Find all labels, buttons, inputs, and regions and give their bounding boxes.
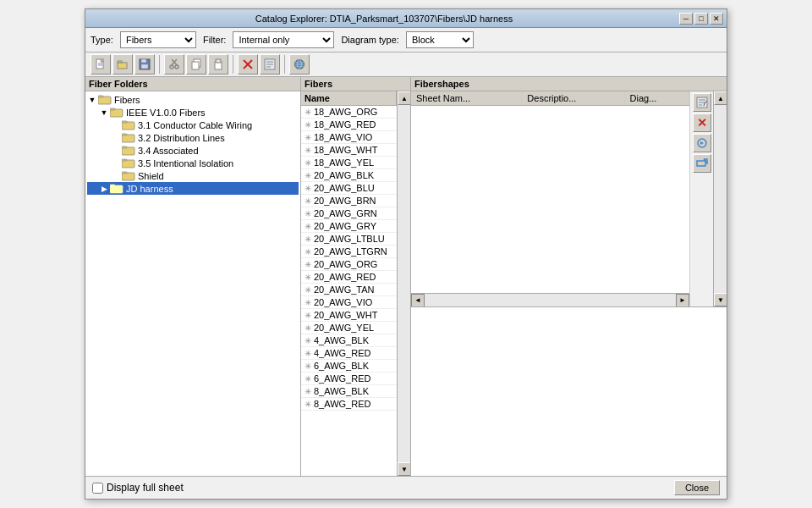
minimize-button[interactable]: ─ xyxy=(679,13,693,25)
fiber-asterisk: ✳ xyxy=(304,196,311,206)
fiber-name: 18_AWG_WHT xyxy=(314,145,377,155)
fibers-scrollbar[interactable]: ▲ ▼ xyxy=(397,91,410,476)
close-button[interactable]: Close xyxy=(674,480,720,495)
globe-button[interactable] xyxy=(289,54,310,75)
tree-item-label: 3.1 Conductor Cable Wiring xyxy=(138,120,252,130)
new-button[interactable] xyxy=(91,54,111,75)
delete-button[interactable] xyxy=(238,54,258,75)
tree-item-shield[interactable]: Shield xyxy=(87,169,299,182)
shapes-v-track xyxy=(714,105,727,293)
expand-icon[interactable]: ▶ xyxy=(99,184,109,194)
svg-rect-4 xyxy=(118,63,127,69)
title-bar-buttons: ─ □ ✕ xyxy=(679,13,723,25)
maximize-button[interactable]: □ xyxy=(694,13,708,25)
fiber-list-item[interactable]: ✳20_AWG_YEL xyxy=(301,322,397,334)
fiber-name: 20_AWG_GRN xyxy=(314,208,377,218)
shapes-v-scrollbar[interactable]: ▲ ▼ xyxy=(713,91,727,306)
tree-item-3-2[interactable]: 3.2 Distribution Lines xyxy=(87,131,299,144)
fiber-name: 20_AWG_BLK xyxy=(314,170,374,180)
tree-item-3-4[interactable]: 3.4 Associated xyxy=(87,144,299,157)
tree-item-label: Shield xyxy=(138,171,164,181)
cut-button[interactable] xyxy=(164,54,184,75)
filter-select[interactable]: Internal only xyxy=(233,31,334,48)
shapes-side-buttons: ✕ xyxy=(689,91,713,306)
shapes-top-area: Sheet Nam...Descriptio...Diag... ◄ ► xyxy=(411,91,727,476)
shapes-grid[interactable]: Sheet Nam...Descriptio...Diag... xyxy=(411,91,689,293)
tree-item-ieee[interactable]: ▼ IEEE V1.0.0 Fibers xyxy=(87,106,299,119)
copy-button[interactable] xyxy=(186,54,206,75)
tree-container[interactable]: ▼ Fibers ▼ IEEE V1.0.0 Fibers 3.1 Conduc… xyxy=(85,91,300,476)
fiber-list-item[interactable]: ✳4_AWG_RED xyxy=(301,347,397,360)
fiber-list-item[interactable]: ✳20_AWG_BLU xyxy=(301,182,397,195)
shapes-view-button[interactable] xyxy=(693,154,711,173)
tree-item-3-5[interactable]: 3.5 Intentional Isolation xyxy=(87,157,299,169)
tree-item-fibers-root[interactable]: ▼ Fibers xyxy=(87,93,299,106)
fiber-list-item[interactable]: ✳6_AWG_RED xyxy=(301,373,397,385)
shapes-edit-button[interactable] xyxy=(693,93,711,112)
collapse-icon[interactable]: ▼ xyxy=(87,95,97,105)
fiber-asterisk: ✳ xyxy=(304,120,311,130)
fiber-asterisk: ✳ xyxy=(304,235,311,244)
fiber-list-item[interactable]: ✳6_AWG_BLK xyxy=(301,360,397,373)
collapse-icon[interactable]: ▼ xyxy=(99,108,109,118)
diagram-type-label: Diagram type: xyxy=(341,35,398,45)
save-button[interactable] xyxy=(134,54,155,75)
fiber-list-item[interactable]: ✳18_AWG_VIO xyxy=(301,131,397,144)
fiber-asterisk: ✳ xyxy=(304,336,311,345)
fiber-list-item[interactable]: ✳20_AWG_BLK xyxy=(301,169,397,182)
fiber-list-item[interactable]: ✳20_AWG_GRN xyxy=(301,207,397,220)
title-bar: Catalog Explorer: DTIA_Parksmart_103707\… xyxy=(85,9,727,28)
shapes-scroll-down[interactable]: ▼ xyxy=(714,293,727,306)
fiber-list-item[interactable]: ✳20_AWG_LTGRN xyxy=(301,246,397,258)
close-window-button[interactable]: ✕ xyxy=(710,13,723,25)
fiber-list-item[interactable]: ✳20_AWG_VIO xyxy=(301,296,397,309)
fiber-list-item[interactable]: ✳18_AWG_WHT xyxy=(301,144,397,157)
shapes-delete-button[interactable]: ✕ xyxy=(693,113,711,132)
fiber-list-item[interactable]: ✳20_AWG_LTBLU xyxy=(301,233,397,246)
main-panels: Fiber Folders ▼ Fibers ▼ IEEE V1.0.0 Fib… xyxy=(85,77,727,476)
fiber-asterisk: ✳ xyxy=(304,298,311,307)
open-button[interactable] xyxy=(112,54,133,75)
fiber-list-item[interactable]: ✳18_AWG_ORG xyxy=(301,106,397,119)
fibers-list[interactable]: Name ✳18_AWG_ORG✳18_AWG_RED✳18_AWG_VIO✳1… xyxy=(301,91,397,476)
shapes-action-button[interactable] xyxy=(693,134,711,152)
fiber-asterisk: ✳ xyxy=(304,323,311,333)
fiber-list-item[interactable]: ✳20_AWG_TAN xyxy=(301,284,397,296)
display-full-sheet-checkbox[interactable] xyxy=(92,483,103,494)
fiber-list-item[interactable]: ✳20_AWG_RED xyxy=(301,271,397,284)
shapes-scroll-right[interactable]: ► xyxy=(676,294,689,307)
fiber-list-item[interactable]: ✳18_AWG_RED xyxy=(301,119,397,131)
fiber-list-item[interactable]: ✳8_AWG_RED xyxy=(301,398,397,411)
properties-button[interactable] xyxy=(260,54,280,75)
diagram-type-select[interactable]: Block xyxy=(406,31,474,48)
tree-item-label: 3.4 Associated xyxy=(138,146,199,156)
fibers-scroll-down[interactable]: ▼ xyxy=(398,462,410,476)
fiber-list-item[interactable]: ✳20_AWG_ORG xyxy=(301,258,397,271)
fiber-list-item[interactable]: ✳8_AWG_BLK xyxy=(301,385,397,398)
fibers-scroll-up[interactable]: ▲ xyxy=(398,91,410,105)
fiber-list-item[interactable]: ✳20_AWG_WHT xyxy=(301,309,397,322)
fiber-list-item[interactable]: ✳20_AWG_BRN xyxy=(301,195,397,207)
fiber-asterisk: ✳ xyxy=(304,158,311,168)
fiber-list-item[interactable]: ✳18_AWG_YEL xyxy=(301,157,397,169)
paste-icon xyxy=(212,58,224,70)
svg-rect-40 xyxy=(122,159,127,161)
folder-icon xyxy=(122,170,135,181)
svg-rect-32 xyxy=(110,108,115,110)
fiber-list-item[interactable]: ✳4_AWG_BLK xyxy=(301,334,397,347)
shapes-h-scrollbar[interactable]: ◄ ► xyxy=(411,293,689,306)
fiber-name: 20_AWG_BRN xyxy=(314,196,376,206)
fiber-asterisk: ✳ xyxy=(304,349,311,358)
tree-item-label: JD harness xyxy=(126,184,173,194)
icon-toolbar xyxy=(85,52,727,77)
shapes-scroll-left[interactable]: ◄ xyxy=(411,294,425,307)
tree-item-jd-harness[interactable]: ▶ JD harness xyxy=(87,182,299,195)
tree-item-label: IEEE V1.0.0 Fibers xyxy=(126,108,206,118)
type-select[interactable]: Fibers xyxy=(120,31,196,48)
shapes-scroll-up[interactable]: ▲ xyxy=(714,91,727,105)
fibershapes-header: Fibershapes xyxy=(411,77,727,91)
paste-button[interactable] xyxy=(208,54,228,75)
toolbar-separator-2 xyxy=(233,55,233,74)
tree-item-3-1[interactable]: 3.1 Conductor Cable Wiring xyxy=(87,119,299,131)
fiber-list-item[interactable]: ✳20_AWG_GRY xyxy=(301,220,397,233)
